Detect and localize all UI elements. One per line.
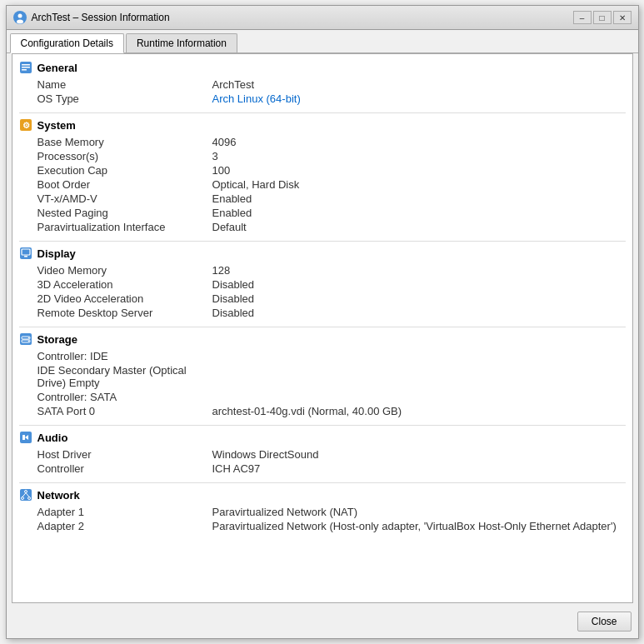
storage-row-3: SATA Port 0 archtest-01-40g.vdi (Normal,… xyxy=(37,404,626,418)
general-row-1: OS Type Arch Linux (64-bit) xyxy=(37,92,626,106)
svg-rect-18 xyxy=(22,435,25,440)
section-general: General Name ArchTest OS Type Arch Linux… xyxy=(19,61,626,106)
system-value-2: 100 xyxy=(212,164,231,177)
svg-point-16 xyxy=(27,341,29,342)
network-heading: Network xyxy=(37,489,80,502)
divider-1 xyxy=(19,112,626,113)
system-label-3: Boot Order xyxy=(37,178,212,191)
system-label-4: VT-x/AMD-V xyxy=(37,192,212,205)
title-bar: ArchTest – Session Information – □ ✕ xyxy=(7,6,638,30)
display-heading: Display xyxy=(37,247,76,260)
general-heading: General xyxy=(37,62,77,74)
display-label-0: Video Memory xyxy=(37,264,212,277)
storage-icon xyxy=(19,332,32,346)
storage-label-3: SATA Port 0 xyxy=(37,405,212,417)
display-row-1: 3D Acceleration Disabled xyxy=(37,277,626,292)
display-value-1: Disabled xyxy=(212,278,255,291)
network-icon xyxy=(19,488,32,502)
display-value-0: 128 xyxy=(212,264,231,277)
tab-runtime-information[interactable]: Runtime Information xyxy=(126,33,237,52)
storage-value-3: archtest-01-40g.vdi (Normal, 40.00 GB) xyxy=(212,405,402,417)
system-row-0: Base Memory 4096 xyxy=(37,135,626,149)
section-audio: Audio Host Driver Windows DirectSound Co… xyxy=(19,431,626,476)
network-label-1: Adapter 2 xyxy=(37,520,212,532)
general-value-1: Arch Linux (64-bit) xyxy=(212,92,301,105)
system-label-6: Paravirtualization Interface xyxy=(37,221,212,233)
system-value-0: 4096 xyxy=(212,136,237,148)
display-value-2: Disabled xyxy=(212,292,255,305)
system-row-3: Boot Order Optical, Hard Disk xyxy=(37,177,626,192)
window-close-button[interactable]: ✕ xyxy=(613,11,632,24)
network-row-1: Adapter 2 Paravirtualized Network (Host-… xyxy=(37,519,626,533)
general-label-0: Name xyxy=(37,78,212,91)
system-heading: System xyxy=(37,119,76,132)
system-label-5: Nested Paging xyxy=(37,207,212,219)
divider-5 xyxy=(19,482,626,483)
divider-4 xyxy=(19,425,626,426)
audio-row-0: Host Driver Windows DirectSound xyxy=(37,447,626,462)
section-network: Network Adapter 1 Paravirtualized Networ… xyxy=(19,488,626,533)
audio-value-1: ICH AC97 xyxy=(212,462,261,475)
storage-label-2: Controller: SATA xyxy=(37,391,212,403)
system-row-2: Execution Cap 100 xyxy=(37,163,626,177)
divider-3 xyxy=(19,327,626,327)
tab-bar: Configuration Details Runtime Informatio… xyxy=(7,30,638,53)
storage-row-0: Controller: IDE xyxy=(37,349,626,363)
title-bar-left: ArchTest – Session Information xyxy=(13,11,170,24)
system-label-1: Processor(s) xyxy=(37,150,212,162)
section-network-header: Network xyxy=(19,488,626,502)
minimize-button[interactable]: – xyxy=(573,11,592,24)
storage-row-2: Controller: SATA xyxy=(37,390,626,404)
system-row-1: Processor(s) 3 xyxy=(37,149,626,163)
svg-rect-11 xyxy=(24,256,27,257)
section-system: ⚙ System Base Memory 4096 Processor(s) 3… xyxy=(19,118,626,234)
display-value-3: Disabled xyxy=(212,307,255,319)
title-bar-controls: – □ ✕ xyxy=(573,11,632,24)
system-row-5: Nested Paging Enabled xyxy=(37,206,626,220)
audio-value-0: Windows DirectSound xyxy=(212,448,319,461)
section-display: Display Video Memory 128 3D Acceleration… xyxy=(19,247,626,320)
section-display-header: Display xyxy=(19,247,626,260)
system-icon: ⚙ xyxy=(19,118,32,132)
section-general-header: General xyxy=(19,61,626,74)
system-value-4: Enabled xyxy=(212,192,252,205)
tab-configuration-details[interactable]: Configuration Details xyxy=(10,33,124,53)
section-audio-header: Audio xyxy=(19,431,626,444)
system-row-4: VT-x/AMD-V Enabled xyxy=(37,192,626,206)
display-row-0: Video Memory 128 xyxy=(37,263,626,277)
display-label-3: Remote Desktop Server xyxy=(37,307,212,319)
general-row-0: Name ArchTest xyxy=(37,77,626,92)
system-value-6: Default xyxy=(212,221,247,233)
network-value-1: Paravirtualized Network (Host-only adapt… xyxy=(212,520,617,532)
section-storage: Storage Controller: IDE IDE Secondary Ma… xyxy=(19,332,626,418)
system-value-1: 3 xyxy=(212,150,218,162)
svg-point-15 xyxy=(27,337,29,339)
general-value-0: ArchTest xyxy=(212,78,255,91)
system-label-2: Execution Cap xyxy=(37,164,212,177)
close-button[interactable]: Close xyxy=(577,612,632,632)
storage-label-1: IDE Secondary Master (Optical Drive) Emp… xyxy=(37,364,212,389)
section-storage-header: Storage xyxy=(19,332,626,346)
system-value-3: Optical, Hard Disk xyxy=(212,178,300,191)
app-icon xyxy=(13,11,27,24)
general-icon xyxy=(19,61,32,74)
audio-row-1: Controller ICH AC97 xyxy=(37,462,626,476)
svg-text:⚙: ⚙ xyxy=(22,121,29,130)
audio-label-0: Host Driver xyxy=(37,448,212,461)
network-row-0: Adapter 1 Paravirtualized Network (NAT) xyxy=(37,505,626,519)
maximize-button[interactable]: □ xyxy=(593,11,612,24)
storage-heading: Storage xyxy=(37,333,77,346)
system-row-6: Paravirtualization Interface Default xyxy=(37,220,626,234)
display-row-2: 2D Video Acceleration Disabled xyxy=(37,292,626,306)
window-title: ArchTest – Session Information xyxy=(32,12,170,23)
network-value-0: Paravirtualized Network (NAT) xyxy=(212,506,358,518)
content-area: General Name ArchTest OS Type Arch Linux… xyxy=(12,53,633,603)
display-row-3: Remote Desktop Server Disabled xyxy=(37,306,626,320)
svg-point-1 xyxy=(17,14,22,18)
network-label-0: Adapter 1 xyxy=(37,506,212,518)
display-label-1: 3D Acceleration xyxy=(37,278,212,291)
general-label-1: OS Type xyxy=(37,92,212,105)
svg-point-2 xyxy=(17,20,23,24)
svg-rect-6 xyxy=(22,69,27,71)
section-system-header: ⚙ System xyxy=(19,118,626,132)
